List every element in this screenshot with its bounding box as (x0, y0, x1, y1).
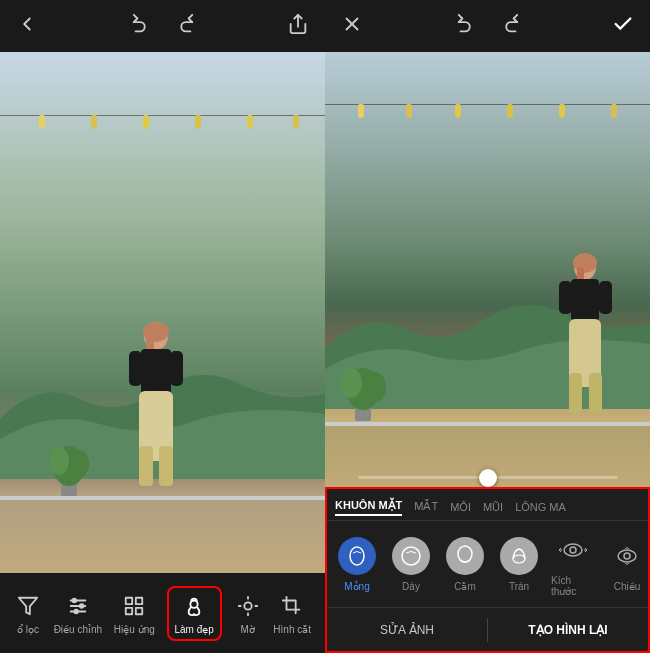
toolbar-beauty[interactable]: Làm đẹp (167, 586, 222, 641)
svg-rect-9 (159, 446, 173, 486)
option-mong[interactable]: Mỏng (335, 537, 379, 592)
crop-icon (278, 592, 306, 620)
option-cam[interactable]: Cằm (443, 537, 487, 592)
share-button[interactable] (287, 13, 309, 39)
svg-point-26 (244, 602, 251, 609)
svg-rect-8 (139, 446, 153, 486)
filter-label: ổ lọc (17, 624, 39, 635)
left-bottom-toolbar: ổ lọc Điều chỉnh (0, 573, 325, 653)
svg-point-19 (80, 604, 84, 608)
svg-point-45 (513, 555, 525, 563)
svg-rect-6 (170, 351, 183, 386)
beauty-bottom-bar: SỬA ẢNH TẠO HÌNH LẠI (327, 607, 648, 651)
mong-icon (338, 537, 376, 575)
svg-point-44 (458, 546, 472, 562)
left-panel: ổ lọc Điều chỉnh (0, 0, 325, 653)
svg-point-49 (624, 553, 630, 559)
blur-label: Mờ (240, 624, 254, 635)
svg-rect-37 (589, 373, 602, 413)
svg-point-13 (69, 450, 89, 478)
edit-photo-button[interactable]: SỬA ẢNH (327, 623, 487, 637)
svg-rect-34 (599, 281, 612, 314)
size-icon (554, 531, 592, 569)
svg-rect-21 (126, 597, 132, 603)
option-day[interactable]: Dày (389, 537, 433, 592)
adjust-label: Điều chỉnh (54, 624, 102, 635)
svg-point-12 (49, 447, 69, 475)
reshape-button[interactable]: TẠO HÌNH LẠI (488, 623, 648, 637)
tab-mui[interactable]: MŨI (483, 499, 503, 515)
right-undo-button[interactable] (456, 13, 478, 39)
toolbar-crop[interactable]: Hình cắt (273, 592, 311, 635)
toolbar-adjust[interactable]: Điều chỉnh (54, 592, 102, 635)
tab-khuon-mat[interactable]: KHUÔN MẶT (335, 497, 402, 516)
cam-label: Cằm (454, 581, 476, 592)
svg-point-43 (402, 547, 420, 565)
day-label: Dày (402, 581, 420, 592)
cam-icon (446, 537, 484, 575)
close-button[interactable] (341, 13, 363, 39)
beauty-icon (180, 592, 208, 620)
mong-label: Mỏng (344, 581, 369, 592)
svg-point-40 (341, 368, 362, 398)
confirm-button[interactable] (612, 13, 634, 39)
svg-point-47 (570, 547, 576, 553)
toolbar-effects[interactable]: Hiệu ứng (114, 592, 155, 635)
right-image (325, 52, 650, 487)
tab-mat[interactable]: MẮT (414, 498, 438, 515)
svg-rect-4 (141, 349, 171, 394)
tab-long-may[interactable]: LÔNG MA (515, 499, 566, 515)
left-topbar (0, 0, 325, 52)
svg-point-20 (74, 609, 78, 613)
beauty-tabs: KHUÔN MẶT MẮT MÔI MŨI LÔNG MA (327, 489, 648, 521)
redo-button[interactable] (173, 13, 195, 39)
size-label: Kích thước (551, 575, 595, 597)
beauty-controls: KHUÔN MẶT MẮT MÔI MŨI LÔNG MA Mỏng (325, 487, 650, 653)
svg-point-30 (573, 253, 597, 273)
svg-point-48 (618, 550, 636, 562)
svg-point-42 (350, 547, 364, 565)
left-image (0, 52, 325, 573)
svg-rect-23 (136, 607, 142, 613)
svg-marker-14 (19, 597, 37, 614)
svg-point-41 (364, 372, 386, 402)
face-slider[interactable] (325, 476, 650, 479)
crop-label: Hình cắt (273, 624, 311, 635)
toolbar-filter[interactable]: ổ lọc (14, 592, 42, 635)
svg-rect-32 (571, 279, 599, 321)
right-redo-button[interactable] (498, 13, 520, 39)
svg-rect-5 (129, 351, 142, 386)
svg-point-18 (72, 598, 76, 602)
svg-rect-36 (569, 373, 582, 413)
tran-icon (500, 537, 538, 575)
beauty-label: Làm đẹp (175, 624, 214, 635)
undo-button[interactable] (131, 13, 153, 39)
back-button[interactable] (16, 13, 38, 39)
day-icon (392, 537, 430, 575)
toolbar-blur[interactable]: Mờ (234, 592, 262, 635)
filter-icon (14, 592, 42, 620)
option-chieu[interactable]: Chiều (605, 537, 648, 592)
effects-label: Hiệu ứng (114, 624, 155, 635)
option-size[interactable]: Kích thước (551, 531, 595, 597)
adjust-icon (64, 592, 92, 620)
chieu-icon (608, 537, 646, 575)
effects-icon (120, 592, 148, 620)
right-topbar (325, 0, 650, 52)
svg-rect-33 (559, 281, 572, 314)
svg-rect-24 (126, 607, 132, 613)
chieu-label: Chiều (614, 581, 641, 592)
blur-icon (234, 592, 262, 620)
beauty-options: Mỏng Dày (327, 521, 648, 607)
option-tran[interactable]: Trán (497, 537, 541, 592)
tran-label: Trán (509, 581, 529, 592)
svg-point-46 (564, 544, 582, 556)
right-panel: KHUÔN MẶT MẮT MÔI MŨI LÔNG MA Mỏng (325, 0, 650, 653)
tab-moi[interactable]: MÔI (450, 499, 471, 515)
svg-rect-22 (136, 597, 142, 603)
